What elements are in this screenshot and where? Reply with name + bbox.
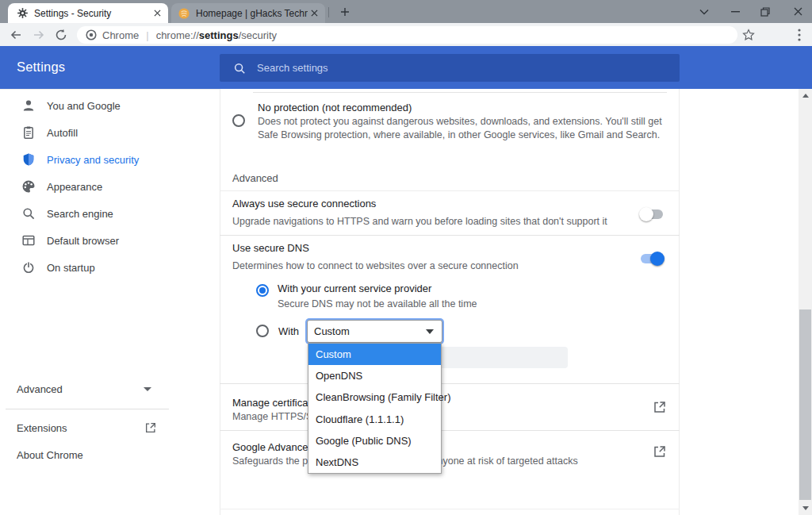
- scroll-up-button[interactable]: [799, 89, 812, 102]
- divider: [253, 92, 667, 93]
- no-protection-description: Does not protect you against dangerous w…: [258, 115, 670, 142]
- custom-provider-radio[interactable]: [256, 325, 269, 337]
- tab-close-icon[interactable]: [308, 7, 320, 20]
- shield-icon: [21, 152, 36, 167]
- dropdown-option-google[interactable]: Google (Public DNS): [308, 430, 441, 452]
- divider: [6, 409, 169, 409]
- minimize-icon: [731, 11, 740, 13]
- external-link-icon: [144, 421, 157, 434]
- maximize-button[interactable]: [753, 0, 777, 23]
- divider: [220, 383, 680, 384]
- new-tab-button[interactable]: [338, 5, 352, 19]
- divider: [220, 509, 680, 509]
- omnibox-site-label: Chrome: [102, 29, 139, 41]
- scrollbar-thumb[interactable]: [799, 309, 811, 500]
- toolbar: Chrome | chrome://settings/security: [0, 23, 812, 46]
- sidebar-advanced-expander[interactable]: Advanced: [0, 375, 169, 402]
- about-label: About Chrome: [17, 449, 83, 461]
- bookmark-star-button[interactable]: [740, 26, 757, 44]
- sidebar-item-label: On startup: [47, 262, 95, 274]
- dropdown-option-cloudflare[interactable]: Cloudflare (1.1.1.1): [308, 409, 441, 430]
- magnifier-icon: [21, 206, 36, 221]
- sidebar-item-default-browser[interactable]: Default browser: [0, 227, 220, 254]
- back-button[interactable]: [7, 26, 25, 44]
- omnibox[interactable]: Chrome | chrome://settings/security: [77, 26, 737, 44]
- triangle-down-icon: [802, 506, 809, 510]
- advanced-label: Advanced: [17, 383, 144, 395]
- tab-settings-security[interactable]: Settings - Security: [8, 3, 168, 23]
- tab-search-button[interactable]: [693, 0, 715, 23]
- sidebar-item-appearance[interactable]: Appearance: [0, 173, 220, 200]
- sidebar-item-label: Privacy and security: [47, 154, 139, 166]
- sidebar-item-search-engine[interactable]: Search engine: [0, 200, 220, 227]
- dropdown-option-nextdns[interactable]: NextDNS: [308, 452, 441, 473]
- secure-dns-title: Use secure DNS: [232, 242, 309, 254]
- chrome-logo-icon: [86, 29, 97, 40]
- tab-separator: [328, 7, 329, 17]
- browser-window: Settings - Security Homepage | gHacks Te…: [0, 0, 812, 515]
- no-protection-title: No protection (not recommended): [258, 102, 412, 113]
- minimize-button[interactable]: [723, 0, 747, 23]
- browser-menu-button[interactable]: [791, 26, 808, 44]
- ghacks-favicon-icon: [178, 8, 190, 19]
- search-settings-box[interactable]: Search settings: [220, 54, 680, 82]
- sidebar-item-extensions[interactable]: Extensions: [0, 414, 169, 441]
- extensions-label: Extensions: [17, 422, 144, 434]
- reload-button[interactable]: [52, 26, 70, 44]
- security-settings-content: No protection (not recommended) Does not…: [220, 89, 680, 515]
- restore-icon: [760, 7, 770, 17]
- sidebar-item-on-startup[interactable]: On startup: [0, 254, 220, 281]
- provider-radio[interactable]: [256, 284, 269, 297]
- arrow-right-icon: [33, 29, 45, 41]
- reload-icon: [55, 29, 67, 41]
- card-right-edge: [679, 89, 680, 515]
- secure-connections-toggle[interactable]: [641, 209, 663, 219]
- external-link-icon[interactable]: [653, 400, 667, 414]
- dropdown-option-opendns[interactable]: OpenDNS: [308, 365, 441, 386]
- page-title: Settings: [17, 60, 65, 75]
- url-path: /security: [239, 29, 277, 41]
- secure-dns-description: Determines how to connect to websites ov…: [232, 260, 519, 271]
- secure-dns-toggle[interactable]: [641, 254, 663, 263]
- secure-connections-description: Upgrade navigations to HTTPS and warn yo…: [232, 216, 607, 227]
- dns-provider-dropdown: Custom OpenDNS CleanBrowsing (Family Fil…: [308, 343, 442, 474]
- dns-provider-select[interactable]: Custom: [307, 320, 442, 343]
- sidebar-item-you-and-google[interactable]: You and Google: [0, 92, 220, 119]
- with-label: With: [278, 325, 299, 337]
- sidebar-item-label: You and Google: [47, 100, 121, 112]
- plus-icon: [340, 7, 350, 17]
- triangle-up-icon: [802, 94, 809, 98]
- settings-header: Settings Search settings: [0, 46, 812, 89]
- scrollbar[interactable]: [799, 89, 812, 515]
- tab-close-icon[interactable]: [151, 7, 163, 20]
- close-window-button[interactable]: [783, 0, 812, 23]
- tab-homepage-ghacks[interactable]: Homepage | gHacks Technology: [171, 3, 325, 23]
- dropdown-option-custom[interactable]: Custom: [308, 344, 441, 365]
- gear-icon: [17, 8, 28, 18]
- provider-title: With your current service provider: [278, 282, 431, 294]
- power-icon: [21, 260, 36, 275]
- external-link-icon[interactable]: [653, 444, 667, 459]
- sidebar-item-privacy-and-security[interactable]: Privacy and security: [0, 146, 220, 173]
- divider: [220, 190, 680, 191]
- scroll-down-button[interactable]: [799, 502, 812, 515]
- tab-title: Homepage | gHacks Technology: [196, 8, 308, 19]
- provider-description: Secure DNS may not be available all the …: [278, 298, 477, 309]
- clipboard-icon: [21, 125, 36, 140]
- forward-button[interactable]: [30, 26, 48, 44]
- sidebar-item-about-chrome[interactable]: About Chrome: [0, 441, 169, 468]
- search-icon: [233, 62, 246, 75]
- dropdown-option-cleanbrowsing[interactable]: CleanBrowsing (Family Filter): [308, 386, 441, 408]
- advanced-section-heading: Advanced: [232, 172, 278, 184]
- divider: [220, 430, 680, 431]
- person-icon: [21, 98, 36, 113]
- no-protection-radio[interactable]: [232, 114, 245, 127]
- chevron-down-icon: [144, 387, 151, 391]
- tab-title: Settings - Security: [34, 8, 151, 19]
- divider: [220, 235, 680, 236]
- url-scheme: chrome://: [156, 29, 199, 41]
- palette-icon: [21, 179, 36, 194]
- sidebar-item-label: Default browser: [47, 235, 119, 247]
- select-caret-icon: [426, 329, 434, 334]
- sidebar-item-autofill[interactable]: Autofill: [0, 119, 220, 146]
